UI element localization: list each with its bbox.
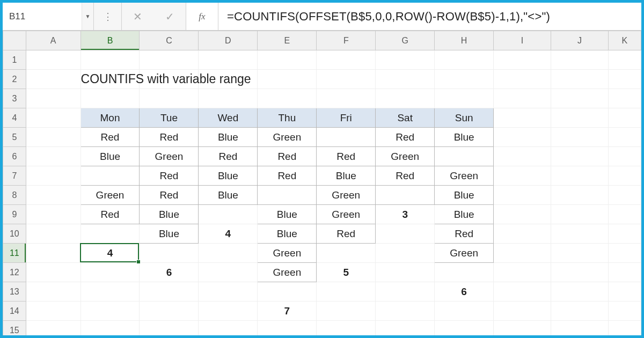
row-header-3[interactable]: 3: [3, 89, 26, 108]
cell-I6[interactable]: [494, 147, 551, 166]
table-cell[interactable]: [199, 302, 258, 321]
column-header-J[interactable]: J: [551, 31, 608, 50]
cell-B1[interactable]: [80, 50, 140, 70]
cancel-button[interactable]: ✕: [122, 3, 154, 30]
table-cell[interactable]: Green: [258, 263, 317, 282]
table-header-tue[interactable]: Tue: [140, 108, 199, 128]
table-cell[interactable]: [140, 244, 199, 263]
page-title[interactable]: COUNTIFS with variable range: [80, 70, 140, 89]
table-cell[interactable]: Red: [317, 224, 376, 244]
table-cell[interactable]: [80, 282, 140, 302]
cell-C3[interactable]: [140, 89, 199, 108]
row-header-7[interactable]: 7: [3, 166, 26, 186]
table-cell[interactable]: Blue: [435, 205, 494, 224]
table-cell[interactable]: Blue: [140, 224, 199, 244]
cell-A14[interactable]: [26, 302, 80, 321]
table-cell[interactable]: [376, 302, 435, 321]
row-header-11[interactable]: 11: [3, 244, 26, 263]
cell-H1[interactable]: [435, 50, 494, 70]
cell-I13[interactable]: [494, 282, 551, 302]
cell-I5[interactable]: [494, 128, 551, 147]
row-header-13[interactable]: 13: [3, 282, 26, 302]
cell-E15[interactable]: [258, 321, 317, 336]
table-cell[interactable]: Red: [140, 128, 199, 147]
table-cell[interactable]: [258, 186, 317, 205]
column-header-A[interactable]: A: [26, 31, 80, 50]
cell-D3[interactable]: [199, 89, 258, 108]
table-cell[interactable]: Blue: [140, 205, 199, 224]
cell-C1[interactable]: [140, 50, 199, 70]
table-cell[interactable]: Green: [80, 186, 140, 205]
table-cell[interactable]: Green: [258, 128, 317, 147]
table-cell[interactable]: [376, 224, 435, 244]
table-header-fri[interactable]: Fri: [317, 108, 376, 128]
row-header-2[interactable]: 2: [3, 70, 26, 89]
cell-A13[interactable]: [26, 282, 80, 302]
table-cell[interactable]: Green: [317, 186, 376, 205]
table-cell[interactable]: Red: [80, 205, 140, 224]
cell-K15[interactable]: [608, 321, 641, 336]
cell-K10[interactable]: [608, 224, 641, 244]
cell-I14[interactable]: [494, 302, 551, 321]
table-cell[interactable]: Red: [80, 128, 140, 147]
table-cell[interactable]: [435, 263, 494, 282]
cell-E1[interactable]: [258, 50, 317, 70]
row-header-9[interactable]: 9: [3, 205, 26, 224]
cell-K2[interactable]: [608, 70, 641, 89]
cell-B15[interactable]: [80, 321, 140, 336]
cell-J8[interactable]: [551, 186, 608, 205]
table-cell[interactable]: [140, 282, 199, 302]
cell-A10[interactable]: [26, 224, 80, 244]
table-cell[interactable]: Red: [258, 147, 317, 166]
cell-E3[interactable]: [258, 89, 317, 108]
row-header-1[interactable]: 1: [3, 50, 26, 70]
table-header-mon[interactable]: Mon: [80, 108, 140, 128]
cell-I12[interactable]: [494, 263, 551, 282]
cell-I15[interactable]: [494, 321, 551, 336]
cell-K5[interactable]: [608, 128, 641, 147]
cell-F2[interactable]: [317, 70, 376, 89]
cell-G1[interactable]: [376, 50, 435, 70]
table-cell[interactable]: Red: [258, 166, 317, 186]
cell-J2[interactable]: [551, 70, 608, 89]
cell-A1[interactable]: [26, 50, 80, 70]
cell-F3[interactable]: [317, 89, 376, 108]
worksheet-grid[interactable]: ABCDEFGHIJK12COUNTIFS with variable rang…: [3, 31, 641, 335]
cell-J6[interactable]: [551, 147, 608, 166]
cell-J9[interactable]: [551, 205, 608, 224]
cell-J7[interactable]: [551, 166, 608, 186]
cell-A9[interactable]: [26, 205, 80, 224]
table-cell[interactable]: [199, 263, 258, 282]
cell-G15[interactable]: [376, 321, 435, 336]
table-header-wed[interactable]: Wed: [199, 108, 258, 128]
table-cell[interactable]: Red: [199, 147, 258, 166]
row-header-14[interactable]: 14: [3, 302, 26, 321]
table-cell[interactable]: Blue: [199, 186, 258, 205]
column-header-E[interactable]: E: [258, 31, 317, 50]
cell-J13[interactable]: [551, 282, 608, 302]
table-cell[interactable]: 6: [140, 263, 199, 282]
table-header-sat[interactable]: Sat: [376, 108, 435, 128]
cell-J3[interactable]: [551, 89, 608, 108]
cell-I4[interactable]: [494, 108, 551, 128]
table-cell[interactable]: 7: [258, 302, 317, 321]
column-header-D[interactable]: D: [199, 31, 258, 50]
table-cell[interactable]: Red: [435, 224, 494, 244]
cell-B3[interactable]: [80, 89, 140, 108]
cell-K14[interactable]: [608, 302, 641, 321]
cell-K1[interactable]: [608, 50, 641, 70]
table-cell[interactable]: [140, 302, 199, 321]
table-cell[interactable]: [376, 263, 435, 282]
cell-D15[interactable]: [199, 321, 258, 336]
table-cell[interactable]: [435, 147, 494, 166]
cell-J12[interactable]: [551, 263, 608, 282]
column-header-B[interactable]: B: [80, 31, 140, 50]
name-box[interactable]: B11 ▼: [3, 3, 94, 30]
cell-F15[interactable]: [317, 321, 376, 336]
table-cell[interactable]: Red: [140, 166, 199, 186]
table-cell[interactable]: Blue: [199, 128, 258, 147]
table-cell[interactable]: [258, 282, 317, 302]
table-cell[interactable]: [80, 302, 140, 321]
cell-E2[interactable]: [258, 70, 317, 89]
table-cell[interactable]: 4: [199, 224, 258, 244]
